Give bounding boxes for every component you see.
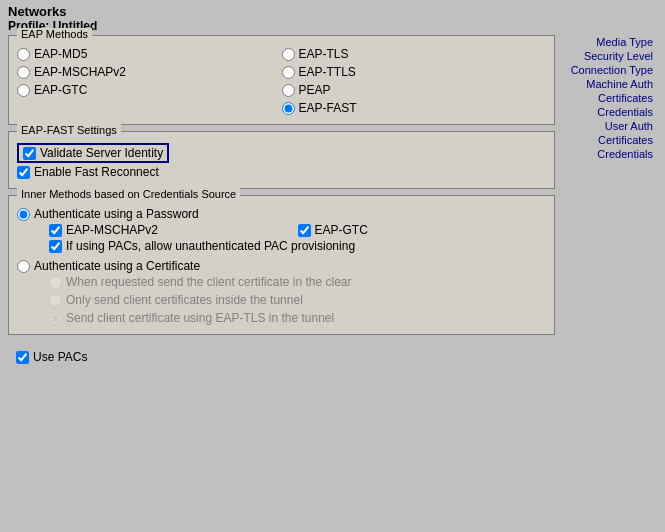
cert-inside-option[interactable]: Only send client certificates inside the… <box>49 292 546 308</box>
eap-tls-label[interactable]: EAP-TLS <box>299 47 349 61</box>
eap-tls-option[interactable]: EAP-TLS <box>282 46 547 62</box>
sidebar-item-certificates-machine[interactable]: Certificates <box>561 91 657 105</box>
eap-ttls-option[interactable]: EAP-TTLS <box>282 64 547 80</box>
window-title: Networks <box>8 4 657 19</box>
content-area: EAP Methods EAP-MD5 EAP-TLS EAP-MSCHAPv2… <box>8 35 561 524</box>
eap-mschapv2-label[interactable]: EAP-MSCHAPv2 <box>34 65 126 79</box>
use-pacs-label[interactable]: Use PACs <box>33 350 87 364</box>
use-pacs-checkbox[interactable] <box>16 351 29 364</box>
peap-label[interactable]: PEAP <box>299 83 331 97</box>
title-bar: Networks Profile: Untitled <box>0 0 665 35</box>
enable-fast-reconnect-label[interactable]: Enable Fast Reconnect <box>34 165 159 179</box>
mschapv2-item[interactable]: EAP-MSCHAPv2 <box>49 222 298 238</box>
sidebar-item-credentials-user[interactable]: Credentials <box>561 147 657 161</box>
validate-server-checkbox[interactable] <box>23 147 36 160</box>
mschapv2-checkbox[interactable] <box>49 224 62 237</box>
inner-methods-section: Inner Methods based on Credentials Sourc… <box>8 195 555 335</box>
window-subtitle: Profile: Untitled <box>8 19 657 33</box>
enable-fast-reconnect-checkbox[interactable] <box>17 166 30 179</box>
sidebar-item-connection-type[interactable]: Connection Type <box>561 63 657 77</box>
validate-server-label[interactable]: Validate Server Identity <box>40 146 163 160</box>
cert-eap-tls-label: Send client certificate using EAP-TLS in… <box>66 311 334 325</box>
use-pacs-section: Use PACs <box>8 345 555 369</box>
pac-provision-item[interactable]: If using PACs, allow unauthenticated PAC… <box>17 238 546 254</box>
validate-server-identity-item[interactable]: Validate Server Identity <box>17 142 546 164</box>
eap-methods-section: EAP Methods EAP-MD5 EAP-TLS EAP-MSCHAPv2… <box>8 35 555 125</box>
eap-ttls-label[interactable]: EAP-TTLS <box>299 65 356 79</box>
validate-server-box: Validate Server Identity <box>17 143 169 163</box>
peap-option[interactable]: PEAP <box>282 82 547 98</box>
sidebar-item-certificates-user[interactable]: Certificates <box>561 133 657 147</box>
eap-methods-legend: EAP Methods <box>17 28 92 40</box>
use-pacs-item[interactable]: Use PACs <box>16 349 87 365</box>
eap-fast-settings-legend: EAP-FAST Settings <box>17 124 121 136</box>
mschapv2-label[interactable]: EAP-MSCHAPv2 <box>66 223 158 237</box>
eap-gtc-inner-label[interactable]: EAP-GTC <box>315 223 368 237</box>
pac-provision-label[interactable]: If using PACs, allow unauthenticated PAC… <box>66 239 355 253</box>
main-area: EAP Methods EAP-MD5 EAP-TLS EAP-MSCHAPv2… <box>0 35 665 532</box>
sidebar-item-security-level[interactable]: Security Level <box>561 49 657 63</box>
auth-certificate-option[interactable]: Authenticate using a Certificate <box>17 258 546 274</box>
sidebar-item-media-type[interactable]: Media Type <box>561 35 657 49</box>
eap-gtc-item[interactable]: EAP-GTC <box>298 222 547 238</box>
cert-clear-label: When requested send the client certifica… <box>66 275 352 289</box>
cert-eap-tls-option[interactable]: Send client certificate using EAP-TLS in… <box>49 310 546 326</box>
auth-certificate-label[interactable]: Authenticate using a Certificate <box>34 259 200 273</box>
inner-methods-legend: Inner Methods based on Credentials Sourc… <box>17 188 240 200</box>
enable-fast-reconnect-item[interactable]: Enable Fast Reconnect <box>17 164 546 180</box>
eap-gtc-label[interactable]: EAP-GTC <box>34 83 87 97</box>
sidebar-item-user-auth[interactable]: User Auth <box>561 119 657 133</box>
sidebar-item-credentials-machine[interactable]: Credentials <box>561 105 657 119</box>
cert-clear-option[interactable]: When requested send the client certifica… <box>49 274 546 290</box>
auth-password-label[interactable]: Authenticate using a Password <box>34 207 199 221</box>
sub-checkboxes: EAP-MSCHAPv2 EAP-GTC <box>17 222 546 238</box>
inner-methods-content: Authenticate using a Password EAP-MSCHAP… <box>17 206 546 326</box>
pac-provision-checkbox-item[interactable]: If using PACs, allow unauthenticated PAC… <box>49 238 546 254</box>
eap-md5-label[interactable]: EAP-MD5 <box>34 47 87 61</box>
sidebar-item-machine-auth[interactable]: Machine Auth <box>561 77 657 91</box>
eap-md5-option[interactable]: EAP-MD5 <box>17 46 282 62</box>
eap-fast-settings-content: Validate Server Identity Enable Fast Rec… <box>17 142 546 180</box>
cert-options-group: When requested send the client certifica… <box>17 274 546 326</box>
eap-methods-grid: EAP-MD5 EAP-TLS EAP-MSCHAPv2 EAP-TTLS EA… <box>17 46 546 116</box>
eap-fast-label[interactable]: EAP-FAST <box>299 101 357 115</box>
eap-fast-option[interactable]: EAP-FAST <box>282 100 547 116</box>
eap-fast-settings-section: EAP-FAST Settings Validate Server Identi… <box>8 131 555 189</box>
pac-provision-checkbox[interactable] <box>49 240 62 253</box>
eap-mschapv2-option[interactable]: EAP-MSCHAPv2 <box>17 64 282 80</box>
auth-password-option[interactable]: Authenticate using a Password <box>17 206 546 222</box>
eap-gtc-checkbox[interactable] <box>298 224 311 237</box>
eap-gtc-option[interactable]: EAP-GTC <box>17 82 282 98</box>
sidebar: Media Type Security Level Connection Typ… <box>561 35 657 524</box>
cert-inside-label: Only send client certificates inside the… <box>66 293 303 307</box>
